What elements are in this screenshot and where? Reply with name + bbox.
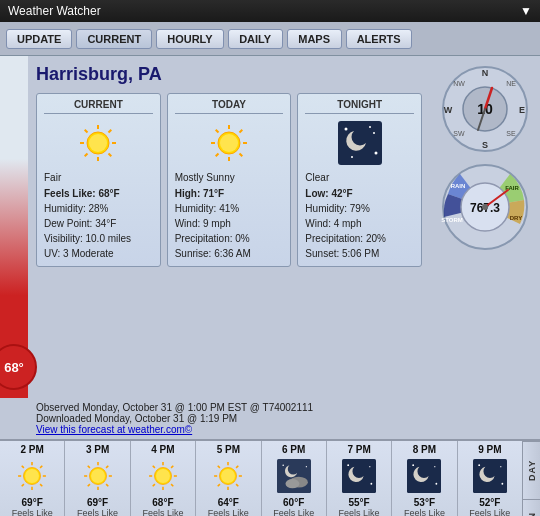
- svg-line-86: [218, 484, 220, 486]
- tonight-panel-icon: [305, 118, 414, 168]
- hour-label: 9 PM: [478, 444, 501, 455]
- tonight-condition: Clear: [305, 172, 414, 183]
- day-tab[interactable]: DAY: [523, 441, 540, 499]
- svg-line-55: [40, 466, 42, 468]
- svg-point-67: [91, 469, 105, 483]
- svg-point-25: [369, 126, 371, 128]
- hourly-strip: 2 PM 69°FFeels Like69°F3 PM: [0, 439, 540, 516]
- svg-point-47: [482, 204, 488, 210]
- current-panel: CURRENT: [36, 93, 161, 267]
- today-condition: Mostly Sunny: [175, 172, 284, 183]
- svg-point-91: [282, 464, 284, 466]
- svg-line-73: [153, 466, 155, 468]
- alerts-button[interactable]: ALERTS: [346, 29, 412, 49]
- hour-icon: [211, 457, 245, 495]
- hour-temp: 52°F: [479, 497, 500, 508]
- hour-icon: [146, 457, 180, 495]
- compass-area: N S E W NW NE SW SE 10: [430, 56, 540, 398]
- compass: N S E W NW NE SW SE 10: [440, 64, 530, 154]
- hour-cell: 2 PM 69°FFeels Like69°F: [0, 441, 65, 516]
- svg-point-23: [351, 156, 353, 158]
- hour-label: 5 PM: [217, 444, 240, 455]
- forecast-link[interactable]: View this forecast at weather.com©: [36, 424, 192, 435]
- maps-button[interactable]: MAPS: [287, 29, 342, 49]
- hour-temp: 69°F: [22, 497, 43, 508]
- hour-icon: [277, 457, 311, 495]
- hour-icon: [15, 457, 49, 495]
- weather-content: Harrisburg, PA CURRENT: [28, 56, 430, 398]
- svg-text:SE: SE: [506, 130, 516, 137]
- tonight-panel: TONIGHT Clear Low: 42°F: [297, 93, 422, 267]
- temperature-bar: 68°: [0, 56, 28, 398]
- hour-temp: 53°F: [414, 497, 435, 508]
- svg-text:W: W: [444, 105, 453, 115]
- svg-point-22: [373, 132, 375, 134]
- svg-line-6: [109, 154, 112, 157]
- svg-line-64: [106, 484, 108, 486]
- svg-point-103: [500, 466, 501, 467]
- hour-cell: 5 PM 64°FFeels Like64°F: [196, 441, 261, 516]
- hour-cell: 7 PM 55°FFeels Like55°F: [327, 441, 392, 516]
- svg-point-102: [478, 464, 480, 466]
- observed-line2: Downloaded Monday, October 31 @ 1:19 PM: [36, 413, 532, 424]
- svg-text:RAIN: RAIN: [451, 183, 466, 189]
- svg-text:STORM: STORM: [441, 217, 463, 223]
- hour-icon: [473, 457, 507, 495]
- svg-point-95: [369, 466, 370, 467]
- current-condition: Fair: [44, 172, 153, 183]
- hour-icon: [407, 457, 441, 495]
- hour-temp: 60°F: [283, 497, 304, 508]
- titlebar: Weather Watcher ▼: [0, 0, 540, 22]
- svg-point-77: [156, 469, 170, 483]
- svg-point-21: [344, 128, 347, 131]
- svg-rect-97: [407, 459, 441, 493]
- moon-tab[interactable]: MOON: [523, 499, 540, 516]
- svg-line-15: [216, 130, 219, 133]
- svg-line-84: [236, 484, 238, 486]
- svg-point-19: [220, 134, 238, 152]
- current-button[interactable]: CURRENT: [76, 29, 152, 49]
- svg-text:N: N: [482, 68, 489, 78]
- hour-cell: 9 PM 52°FFeels Like52°F: [458, 441, 522, 516]
- hour-cell: 4 PM 68°FFeels Like68°F: [131, 441, 196, 516]
- tonight-details: Low: 42°F Humidity: 79% Wind: 4 mph Prec…: [305, 186, 414, 261]
- svg-line-7: [109, 130, 112, 133]
- svg-line-16: [240, 154, 243, 157]
- svg-point-104: [501, 483, 503, 485]
- current-panel-title: CURRENT: [44, 99, 153, 114]
- main-area: 68° Harrisburg, PA CURRENT: [0, 56, 540, 398]
- hour-feels-label: Feels Like: [273, 508, 314, 516]
- daily-button[interactable]: DAILY: [228, 29, 283, 49]
- city-title: Harrisburg, PA: [36, 64, 422, 85]
- svg-line-83: [218, 466, 220, 468]
- svg-line-56: [22, 484, 24, 486]
- hour-cell: 8 PM 53°FFeels Like53°F: [392, 441, 457, 516]
- svg-point-100: [436, 483, 438, 485]
- observed-area: Observed Monday, October 31 @ 1:00 PM ES…: [0, 398, 540, 439]
- hour-feels-label: Feels Like: [404, 508, 445, 516]
- hour-label: 2 PM: [21, 444, 44, 455]
- hourly-button[interactable]: HOURLY: [156, 29, 223, 49]
- svg-rect-20: [338, 121, 382, 165]
- svg-text:SW: SW: [453, 130, 465, 137]
- hour-cell: 3 PM 69°FFeels Like69°F: [65, 441, 130, 516]
- svg-line-5: [85, 130, 88, 133]
- svg-point-96: [370, 483, 372, 485]
- hour-label: 4 PM: [151, 444, 174, 455]
- svg-line-74: [171, 484, 173, 486]
- hour-temp: 55°F: [348, 497, 369, 508]
- svg-point-90: [285, 479, 299, 488]
- today-panel-icon: [175, 118, 284, 168]
- hour-label: 8 PM: [413, 444, 436, 455]
- hour-label: 7 PM: [347, 444, 370, 455]
- barometer: RAIN FAIR STORM DRY 767.3: [440, 162, 530, 252]
- update-button[interactable]: UPDATE: [6, 29, 72, 49]
- hour-icon: [342, 457, 376, 495]
- hour-feels-label: Feels Like: [12, 508, 53, 516]
- svg-line-8: [85, 154, 88, 157]
- hour-temp: 68°F: [152, 497, 173, 508]
- hour-feels-label: Feels Like: [142, 508, 183, 516]
- titlebar-arrow[interactable]: ▼: [520, 4, 532, 18]
- app-title: Weather Watcher: [8, 4, 101, 18]
- svg-line-85: [236, 466, 238, 468]
